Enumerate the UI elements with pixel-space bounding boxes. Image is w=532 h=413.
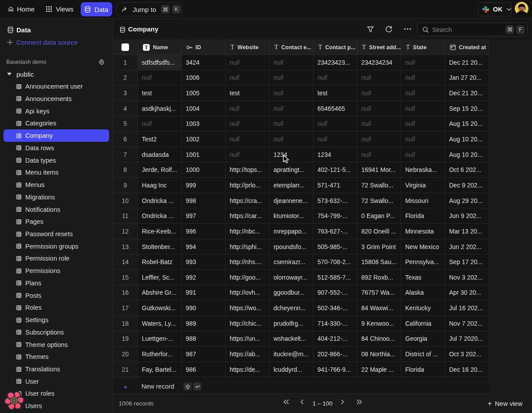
svg-text:T: T: [145, 44, 148, 51]
